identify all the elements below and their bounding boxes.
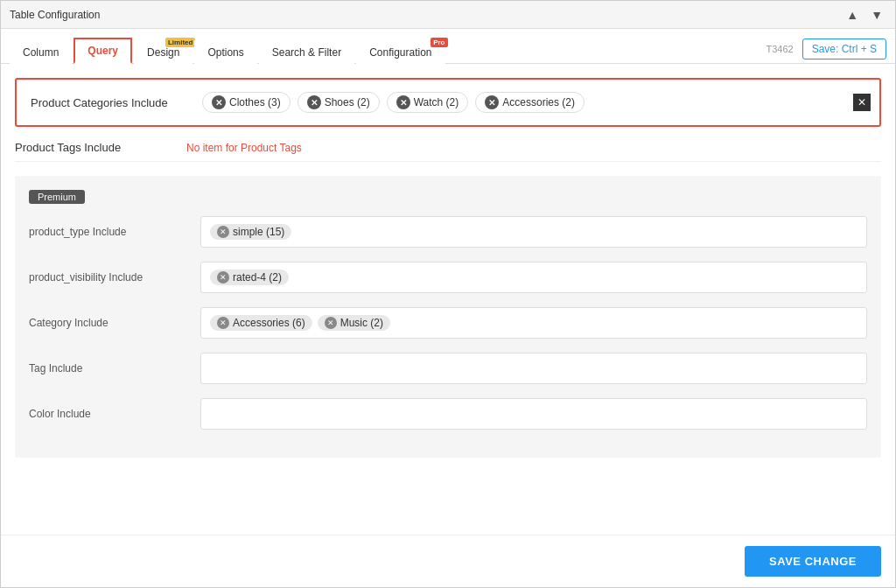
tag-shoes: ✕ Shoes (2) [298, 92, 380, 113]
product-visibility-label: product_visibility Include [29, 271, 186, 284]
category-include-input[interactable]: ✕ Accessories (6) ✕ Music (2) [200, 307, 867, 339]
product-tags-row: Product Tags Include No item for Product… [15, 141, 881, 162]
premium-badge: Premium [29, 190, 85, 204]
limited-badge: Limited [165, 38, 195, 47]
field-tag-rated4-close[interactable]: ✕ [217, 271, 229, 284]
tag-watch: ✕ Watch (2) [387, 92, 469, 113]
tag-accessories-close[interactable]: ✕ [485, 95, 499, 109]
category-include-label: Category Include [29, 317, 186, 329]
tab-bar-right: T3462 Save: Ctrl + S [766, 38, 886, 63]
tab-options[interactable]: Options [194, 40, 256, 64]
field-tag-music2: ✕ Music (2) [318, 315, 390, 331]
window-title: Table Configuration [10, 9, 100, 21]
tab-configuration[interactable]: Configuration Pro [356, 40, 444, 64]
main-content: Product Categories Include ✕ Clothes (3)… [1, 64, 895, 535]
tab-bar: Column Query Design Limited Options Sear… [1, 29, 895, 64]
tag-clothes-close[interactable]: ✕ [212, 95, 226, 109]
field-tag-simple-close[interactable]: ✕ [217, 226, 229, 238]
tag-watch-close[interactable]: ✕ [396, 95, 410, 109]
tag-clothes: ✕ Clothes (3) [202, 92, 290, 113]
category-include-row: Category Include ✕ Accessories (6) ✕ Mus… [29, 307, 867, 339]
footer: SAVE CHANGE [1, 535, 895, 587]
no-items-text: No item for Product Tags [186, 142, 302, 154]
clear-all-button[interactable]: ✕ [853, 94, 871, 111]
save-shortcut-button[interactable]: Save: Ctrl + S [802, 38, 886, 60]
field-tag-music2-close[interactable]: ✕ [325, 317, 337, 329]
product-tags-label: Product Tags Include [15, 141, 172, 154]
color-include-input[interactable] [200, 398, 867, 430]
table-id: T3462 [766, 44, 793, 54]
tag-include-input[interactable] [200, 353, 867, 384]
maximize-button[interactable]: ▼ [867, 8, 886, 22]
tab-query[interactable]: Query [74, 38, 132, 64]
product-type-row: product_type Include ✕ simple (15) [29, 216, 867, 248]
save-change-button[interactable]: SAVE CHANGE [745, 546, 881, 577]
tab-search-filter[interactable]: Search & Filter [259, 40, 354, 64]
tab-bar-left: Column Query Design Limited Options Sear… [10, 37, 445, 63]
product-categories-label: Product Categories Include [31, 96, 188, 109]
tab-design[interactable]: Design Limited [134, 40, 192, 64]
product-categories-section: Product Categories Include ✕ Clothes (3)… [15, 78, 881, 127]
premium-section: Premium product_type Include ✕ simple (1… [15, 176, 881, 458]
tag-include-row: Tag Include [29, 353, 867, 384]
tag-shoes-close[interactable]: ✕ [307, 95, 321, 109]
color-include-row: Color Include [29, 398, 867, 430]
product-visibility-input[interactable]: ✕ rated-4 (2) [200, 262, 867, 293]
field-tag-accessories6: ✕ Accessories (6) [210, 315, 312, 331]
pro-badge: Pro [430, 38, 447, 47]
field-tag-simple: ✕ simple (15) [210, 224, 291, 240]
tag-include-label: Tag Include [29, 362, 186, 374]
product-visibility-row: product_visibility Include ✕ rated-4 (2) [29, 262, 867, 293]
tab-column[interactable]: Column [10, 40, 72, 64]
product-type-input[interactable]: ✕ simple (15) [200, 216, 867, 248]
tag-accessories: ✕ Accessories (2) [475, 92, 584, 113]
product-type-label: product_type Include [29, 226, 186, 238]
window: Table Configuration ▲ ▼ Column Query Des… [0, 0, 896, 588]
title-bar: Table Configuration ▲ ▼ [1, 1, 895, 29]
title-bar-controls: ▲ ▼ [843, 8, 886, 22]
field-tag-accessories6-close[interactable]: ✕ [217, 317, 229, 329]
product-categories-tags: ✕ Clothes (3) ✕ Shoes (2) ✕ Watch (2) ✕ … [202, 92, 865, 113]
color-include-label: Color Include [29, 408, 186, 420]
field-tag-rated4: ✕ rated-4 (2) [210, 270, 289, 285]
minimize-button[interactable]: ▲ [843, 8, 862, 22]
